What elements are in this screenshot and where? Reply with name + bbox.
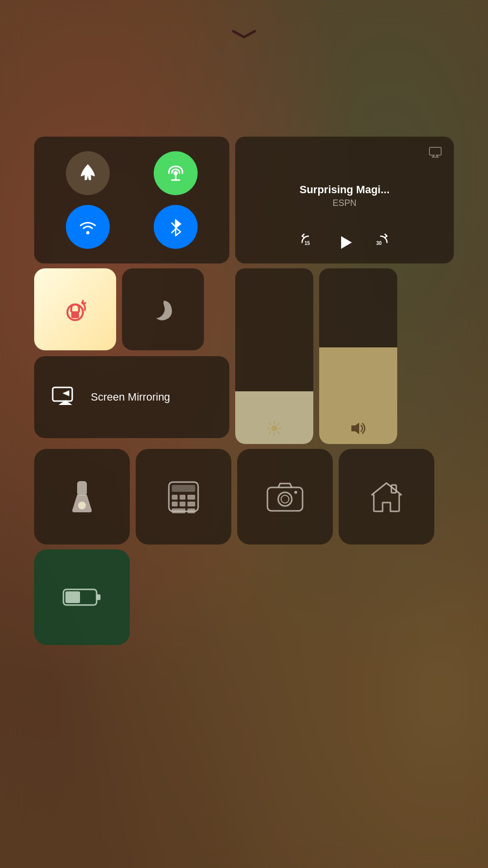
row-connectivity-nowplaying: Surprising Magi... ESPN 15 xyxy=(34,137,454,263)
do-not-disturb-button[interactable] xyxy=(122,268,204,350)
svg-point-10 xyxy=(271,425,277,431)
now-playing-source: ESPN xyxy=(332,198,356,208)
bluetooth-button[interactable] xyxy=(154,205,198,249)
svg-rect-28 xyxy=(180,502,185,506)
row2-left-top xyxy=(34,268,229,350)
connectivity-panel xyxy=(34,137,229,263)
svg-point-21 xyxy=(78,502,86,509)
svg-point-1 xyxy=(86,231,89,234)
svg-rect-26 xyxy=(187,495,195,500)
now-playing-info: Surprising Magi... ESPN xyxy=(247,183,442,208)
flashlight-button[interactable] xyxy=(34,449,130,545)
calculator-button[interactable] xyxy=(136,449,231,545)
svg-line-17 xyxy=(278,424,280,425)
volume-icon xyxy=(349,421,367,436)
svg-point-35 xyxy=(294,491,297,494)
battery-button[interactable] xyxy=(34,549,130,645)
svg-point-34 xyxy=(281,495,289,503)
row-quick-sliders: Screen Mirroring xyxy=(34,268,454,444)
rotation-lock-button[interactable] xyxy=(34,268,116,350)
calculator-icon xyxy=(164,477,203,516)
svg-rect-27 xyxy=(172,502,178,506)
row2-left: Screen Mirroring xyxy=(34,268,229,438)
row-battery xyxy=(34,549,454,645)
play-button[interactable] xyxy=(334,232,355,253)
camera-button[interactable] xyxy=(237,449,333,545)
skip-back-button[interactable]: 15 xyxy=(298,232,319,253)
screen-mirroring-text: Screen Mirroring xyxy=(91,390,170,404)
brightness-slider[interactable] xyxy=(235,268,313,444)
sliders-group xyxy=(235,268,454,444)
flashlight-icon xyxy=(67,477,97,516)
control-center: Surprising Magi... ESPN 15 xyxy=(34,137,454,645)
skip-forward-button[interactable]: 30 xyxy=(370,232,391,253)
svg-rect-24 xyxy=(172,495,178,500)
svg-rect-31 xyxy=(187,508,195,513)
dismiss-handle[interactable] xyxy=(229,29,259,39)
brightness-icon xyxy=(266,421,282,436)
svg-line-16 xyxy=(278,432,280,434)
now-playing-title: Surprising Magi... xyxy=(300,183,390,196)
airplane-mode-button[interactable] xyxy=(66,151,110,195)
svg-marker-19 xyxy=(351,423,359,434)
now-playing-top xyxy=(247,145,442,159)
svg-rect-20 xyxy=(77,481,87,496)
battery-icon xyxy=(62,586,102,608)
svg-rect-32 xyxy=(267,487,303,511)
svg-point-33 xyxy=(278,492,292,506)
screen-mirroring-label: Screen Mirroring xyxy=(91,390,170,404)
svg-line-15 xyxy=(269,424,271,425)
svg-marker-9 xyxy=(62,390,69,396)
home-button[interactable] xyxy=(339,449,434,545)
svg-marker-3 xyxy=(341,236,352,249)
volume-slider[interactable] xyxy=(319,268,397,444)
svg-rect-23 xyxy=(172,485,195,492)
content: Surprising Magi... ESPN 15 xyxy=(0,0,488,868)
home-icon xyxy=(367,477,406,516)
svg-rect-6 xyxy=(71,311,79,318)
screen-mirroring-button[interactable]: Screen Mirroring xyxy=(34,356,229,438)
svg-rect-30 xyxy=(172,508,185,513)
row-app-shortcuts xyxy=(34,449,454,545)
wifi-button[interactable] xyxy=(66,205,110,249)
svg-text:30: 30 xyxy=(376,241,382,246)
camera-icon xyxy=(265,480,305,514)
svg-rect-39 xyxy=(65,591,80,603)
svg-rect-25 xyxy=(180,495,185,500)
screen-mirroring-icon xyxy=(52,386,79,408)
svg-rect-38 xyxy=(97,594,101,600)
airplay-icon xyxy=(428,145,442,159)
svg-rect-29 xyxy=(187,502,195,506)
hotspot-button[interactable] xyxy=(154,151,198,195)
svg-text:15: 15 xyxy=(305,241,310,246)
now-playing-controls: 15 30 xyxy=(247,232,442,253)
now-playing-panel: Surprising Magi... ESPN 15 xyxy=(235,137,454,263)
svg-line-18 xyxy=(269,432,271,434)
